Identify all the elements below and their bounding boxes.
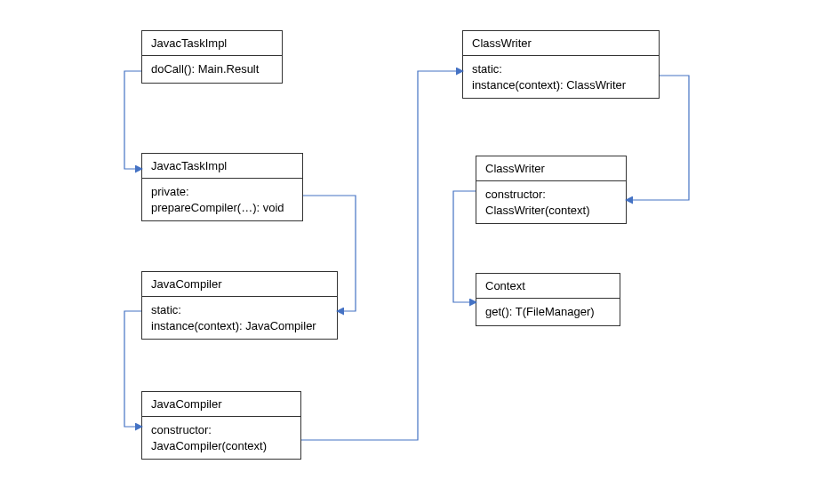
uml-body: doCall(): Main.Result bbox=[142, 56, 282, 83]
uml-title: JavaCompiler bbox=[142, 272, 337, 297]
uml-class-context-get: Context get(): T(FileManager) bbox=[476, 273, 620, 326]
uml-body: constructor: ClassWriter(context) bbox=[476, 181, 626, 223]
uml-body: get(): T(FileManager) bbox=[476, 299, 620, 325]
uml-class-classwriter-constructor: ClassWriter constructor: ClassWriter(con… bbox=[476, 156, 627, 224]
uml-class-classwriter-instance: ClassWriter static: instance(context): C… bbox=[462, 30, 660, 99]
connector-layer bbox=[0, 0, 840, 504]
uml-title: JavaCompiler bbox=[142, 392, 300, 417]
uml-class-javacompiler-instance: JavaCompiler static: instance(context): … bbox=[141, 271, 338, 340]
uml-body: static: instance(context): ClassWriter bbox=[463, 56, 659, 98]
arrow-b6-to-b7 bbox=[453, 191, 476, 302]
uml-body: static: instance(context): JavaCompiler bbox=[142, 297, 337, 339]
uml-body: constructor: JavaCompiler(context) bbox=[142, 417, 300, 459]
uml-class-javactaskimpl-docall: JavacTaskImpl doCall(): Main.Result bbox=[141, 30, 283, 84]
arrow-b3-to-b4 bbox=[124, 311, 141, 427]
uml-title: ClassWriter bbox=[463, 31, 659, 56]
uml-class-javactaskimpl-preparecompiler: JavacTaskImpl private: prepareCompiler(…… bbox=[141, 153, 303, 221]
arrow-b1-to-b2 bbox=[124, 71, 141, 169]
arrow-b4-to-b5 bbox=[301, 71, 462, 440]
uml-title: JavacTaskImpl bbox=[142, 154, 302, 179]
uml-title: ClassWriter bbox=[476, 156, 626, 181]
uml-body: private: prepareCompiler(…): void bbox=[142, 179, 302, 220]
uml-title: Context bbox=[476, 274, 620, 299]
uml-class-javacompiler-constructor: JavaCompiler constructor: JavaCompiler(c… bbox=[141, 391, 301, 460]
uml-title: JavacTaskImpl bbox=[142, 31, 282, 56]
